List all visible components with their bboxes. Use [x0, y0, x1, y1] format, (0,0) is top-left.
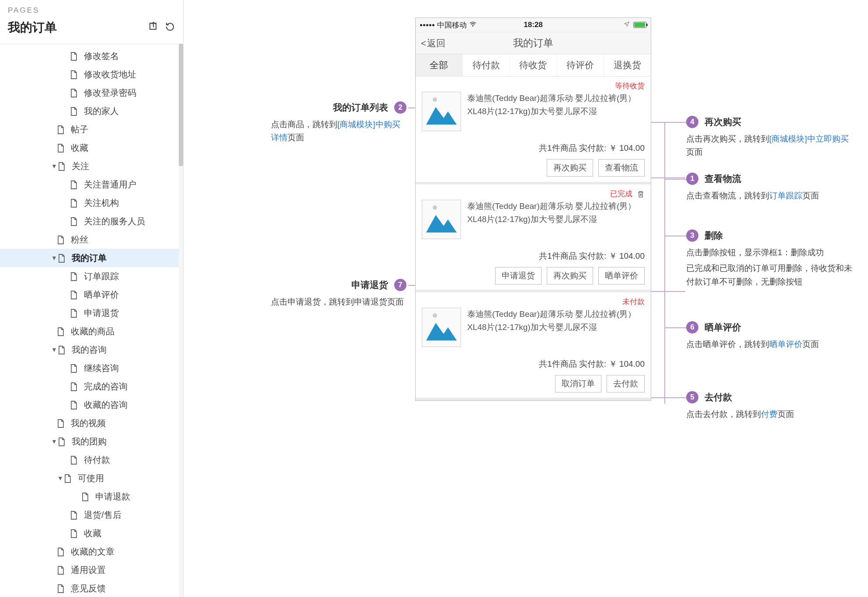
sidebar-item[interactable]: 待付款	[0, 451, 183, 469]
annotation-title: 去付款	[705, 391, 732, 403]
order-tab[interactable]: 待收货	[510, 54, 557, 76]
sidebar-item[interactable]: ▼关注	[0, 157, 183, 175]
sidebar-item-label: 完成的咨询	[84, 381, 128, 392]
sidebar-item[interactable]: 意见反馈	[0, 579, 183, 597]
expand-arrow-icon[interactable]: ▼	[51, 254, 58, 261]
sidebar-item[interactable]: 粉丝	[0, 230, 183, 249]
sidebar-scrollbar[interactable]	[179, 44, 183, 597]
sidebar-item[interactable]: 收藏	[0, 524, 183, 542]
sidebar: PAGES 我的订单 修改签名修改收货地址修改登录密码我的家人帖子收藏▼关注关注…	[0, 0, 184, 597]
sidebar-item[interactable]: 收藏的商品	[0, 322, 183, 340]
refresh-icon[interactable]	[165, 21, 175, 34]
badge-1: 1	[686, 173, 698, 185]
badge-7: 7	[394, 279, 406, 291]
sidebar-item[interactable]: 晒单评价	[0, 285, 183, 304]
annotation-link[interactable]: 晒单评价	[769, 340, 802, 349]
sidebar-item-label: 申请退货	[84, 307, 119, 319]
sidebar-item[interactable]: ▼我的咨询	[0, 340, 183, 359]
sidebar-item[interactable]: 收藏	[0, 139, 183, 157]
order-tab[interactable]: 待评价	[556, 54, 604, 76]
sidebar-item-label: 修改签名	[84, 50, 119, 62]
page-icon	[70, 199, 78, 207]
order-card[interactable]: 未付款泰迪熊(Teddy Bear)超薄乐动 婴儿拉拉裤(男）XL48片(12-…	[416, 292, 651, 400]
page-icon	[70, 70, 78, 78]
annotation-link[interactable]: [商城模块]中立即购买	[769, 134, 849, 143]
annotation-title: 再次购买	[705, 116, 741, 128]
order-actions: 再次购买查看物流	[422, 159, 645, 177]
sidebar-item-label: 我的视频	[71, 417, 106, 429]
sidebar-item[interactable]: ▼我的团购	[0, 432, 183, 451]
nav-bar: < 返回 我的订单	[416, 32, 651, 54]
share-icon[interactable]	[148, 21, 159, 34]
order-summary: 共1件商品 实付款: ￥ 104.00	[422, 142, 645, 154]
sidebar-item[interactable]: 修改签名	[0, 47, 183, 65]
page-icon	[70, 217, 78, 225]
page-icon	[57, 144, 65, 152]
annotation-title: 我的订单列表	[333, 101, 388, 114]
sidebar-item[interactable]: 申请退款	[0, 487, 183, 506]
order-card[interactable]: 等待收货泰迪熊(Teddy Bear)超薄乐动 婴儿拉拉裤(男）XL48片(12…	[416, 76, 651, 184]
sidebar-item[interactable]: 通用设置	[0, 561, 183, 579]
scroll-thumb[interactable]	[179, 44, 183, 166]
order-tab[interactable]: 待付款	[462, 54, 510, 76]
order-tab[interactable]: 退换货	[604, 54, 651, 76]
signal-icon	[420, 24, 434, 26]
annotation-title: 晒单评价	[705, 321, 741, 333]
annotation-link[interactable]: 付费	[761, 410, 778, 419]
order-tab[interactable]: 全部	[416, 54, 462, 76]
expand-arrow-icon[interactable]: ▼	[51, 346, 58, 353]
order-action-button[interactable]: 查看物流	[598, 159, 645, 177]
page-icon	[70, 382, 78, 390]
wifi-icon	[469, 21, 476, 30]
page-icon	[70, 401, 78, 409]
sidebar-item[interactable]: ▼我的订单	[0, 249, 183, 267]
expand-arrow-icon[interactable]: ▼	[57, 475, 64, 482]
product-thumb[interactable]	[422, 92, 461, 131]
location-icon	[624, 21, 630, 29]
back-button[interactable]: < 返回	[421, 37, 445, 49]
sidebar-item-label: 帖子	[71, 124, 88, 135]
sidebar-item[interactable]: 收藏的咨询	[0, 396, 183, 414]
svg-point-0	[472, 26, 473, 27]
order-card[interactable]: 已完成泰迪熊(Teddy Bear)超薄乐动 婴儿拉拉裤(男）XL48片(12-…	[416, 184, 651, 292]
sidebar-item[interactable]: 修改收货地址	[0, 65, 183, 83]
status-time: 18:28	[524, 21, 542, 29]
order-action-button[interactable]: 申请退货	[495, 267, 542, 285]
page-icon	[70, 52, 78, 60]
order-action-button[interactable]: 再次购买	[547, 159, 593, 177]
sidebar-item[interactable]: 完成的咨询	[0, 377, 183, 396]
phone-mockup: 中国移动 18:28 < 返回 我的订单 全部待付款待收货待评价退换货 等待收货…	[415, 17, 651, 401]
sidebar-item-label: 关注机构	[84, 197, 119, 209]
sidebar-item[interactable]: 订单跟踪	[0, 267, 183, 285]
sidebar-item[interactable]: 继续咨询	[0, 359, 183, 377]
sidebar-item[interactable]: 收藏的文章	[0, 542, 183, 561]
sidebar-item[interactable]: 帖子	[0, 120, 183, 139]
page-icon	[57, 419, 65, 427]
expand-arrow-icon[interactable]: ▼	[51, 163, 58, 170]
sidebar-item[interactable]: 我的家人	[0, 102, 183, 120]
page-icon	[70, 456, 78, 464]
nav-title: 我的订单	[416, 36, 651, 50]
svg-marker-1	[426, 107, 457, 125]
sidebar-item[interactable]: 关注的服务人员	[0, 212, 183, 230]
order-summary: 共1件商品 实付款: ￥ 104.00	[422, 358, 645, 370]
order-action-button[interactable]: 再次购买	[547, 267, 593, 285]
product-thumb[interactable]	[422, 200, 461, 239]
sidebar-item[interactable]: 关注普通用户	[0, 175, 183, 194]
sidebar-item[interactable]: 我的视频	[0, 414, 183, 432]
expand-arrow-icon[interactable]: ▼	[51, 438, 58, 445]
annotation-link[interactable]: 订单跟踪	[769, 191, 802, 200]
order-action-button[interactable]: 取消订单	[555, 375, 601, 392]
page-icon	[70, 107, 78, 115]
sidebar-item[interactable]: 关注机构	[0, 194, 183, 212]
sidebar-item[interactable]: 申请退货	[0, 304, 183, 322]
order-action-button[interactable]: 晒单评价	[598, 267, 645, 285]
delete-icon[interactable]	[637, 190, 645, 198]
product-thumb[interactable]	[422, 308, 461, 347]
order-action-button[interactable]: 去付款	[607, 375, 645, 392]
sidebar-item[interactable]: 修改登录密码	[0, 83, 183, 102]
sidebar-item[interactable]: ▼可使用	[0, 469, 183, 487]
page-title: 我的订单	[8, 19, 148, 36]
sidebar-item-label: 收藏的文章	[71, 546, 115, 558]
sidebar-item[interactable]: 退货/售后	[0, 506, 183, 524]
